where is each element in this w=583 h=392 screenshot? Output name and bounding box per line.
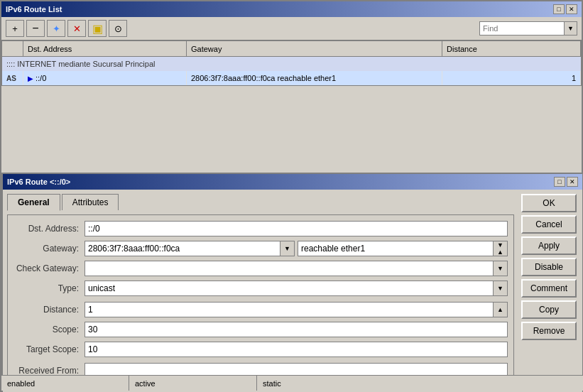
inner-minimize-button[interactable]: □ — [554, 177, 565, 187]
gateway-input2-wrap: ▼▲ — [298, 241, 508, 256]
inner-close-button[interactable]: ✕ — [567, 177, 578, 187]
add-button[interactable]: + — [6, 20, 24, 37]
scope-row: Scope: — [13, 322, 508, 337]
scope-label: Scope: — [13, 325, 85, 334]
inner-title-buttons: □ ✕ — [554, 177, 578, 187]
outer-title-bar: IPv6 Route List □ ✕ — [1, 1, 582, 17]
filter-button[interactable]: ⊙ — [109, 20, 127, 37]
type-dropdown-button[interactable]: ▼ — [494, 281, 508, 296]
distance-input-wrap: ▲ — [85, 302, 508, 317]
type-input[interactable] — [85, 281, 494, 296]
apply-button[interactable]: Apply — [521, 236, 577, 255]
gateway-input2[interactable] — [298, 241, 494, 256]
row-type-badge: AS — [6, 75, 18, 82]
inner-title-bar: IPv6 Route <::/0> □ ✕ — [3, 174, 582, 190]
row-dst: ▶ ::/0 — [23, 71, 187, 85]
inner-window-title: IPv6 Route <::/0> — [7, 178, 70, 186]
type-input-wrap: ▼ — [85, 281, 508, 296]
row-distance: 1 — [442, 71, 581, 85]
check-gateway-dropdown-button[interactable]: ▼ — [494, 261, 508, 276]
copy-button[interactable]: ▣ — [88, 20, 107, 37]
type-label: Type: — [13, 283, 85, 293]
dialog-right: OK Cancel Apply Disable Comment Copy Rem… — [518, 190, 582, 392]
route-list: Dst. Address Gateway Distance :::: INTER… — [1, 40, 582, 86]
col-header-dist: Distance — [442, 41, 581, 56]
scope-input[interactable] — [85, 322, 508, 337]
outer-window-title: IPv6 Route List — [6, 5, 62, 13]
dialog-container: IPv6 Route <::/0> □ ✕ General Att — [1, 86, 582, 391]
group-label: :::: INTERNET mediante Sucursal Principa… — [6, 60, 155, 68]
search-box: ▼ — [479, 21, 577, 36]
search-dropdown-button[interactable]: ▼ — [565, 21, 577, 36]
tab-attributes[interactable]: Attributes — [62, 194, 119, 210]
outer-close-button[interactable]: ✕ — [566, 4, 577, 14]
check-gateway-label: Check Gateway: — [13, 263, 85, 273]
target-scope-input[interactable] — [85, 342, 508, 357]
table-header: Dst. Address Gateway Distance — [2, 41, 581, 57]
ok-button[interactable]: OK — [521, 194, 577, 212]
distance-input[interactable] — [85, 302, 494, 317]
copy-button-dialog[interactable]: Copy — [521, 300, 577, 319]
target-scope-label: Target Scope: — [13, 344, 85, 354]
type-row: Type: ▼ — [13, 281, 508, 296]
remove-button-dialog[interactable]: Remove — [521, 322, 577, 340]
dst-address-row: Dst. Address: — [13, 221, 508, 236]
cancel-button[interactable]: Cancel — [521, 215, 577, 234]
edit-button[interactable]: ✦ — [47, 20, 65, 37]
row-status-icon: ▶ — [28, 75, 33, 82]
gateway-input1-wrap: ▼ — [85, 241, 295, 256]
tab-general[interactable]: General — [7, 194, 60, 211]
remove-button[interactable]: − — [26, 20, 45, 37]
target-scope-row: Target Scope: — [13, 342, 508, 357]
dst-address-label: Dst. Address: — [13, 224, 85, 234]
gateway-input1[interactable] — [85, 241, 280, 256]
row-type: AS — [2, 71, 23, 85]
check-gateway-row: Check Gateway: ▼ — [13, 261, 508, 276]
col-header-check — [2, 41, 23, 56]
search-input[interactable] — [479, 21, 565, 36]
received-from-label: Received From: — [13, 366, 85, 376]
check-gateway-input[interactable] — [85, 261, 494, 276]
status-cell-enabled: enabled — [1, 376, 129, 391]
distance-row: Distance: ▲ — [13, 302, 508, 317]
disable-button[interactable]: Disable — [521, 258, 577, 276]
outer-minimize-button[interactable]: □ — [553, 4, 565, 14]
dialog-left: General Attributes Dst. Address: — [3, 190, 518, 392]
toolbar: + − ✦ ✕ ▣ ⊙ ▼ — [1, 17, 582, 40]
row-gateway: 2806:3f7:8aaa:ff00::f0ca reachable ether… — [187, 71, 442, 85]
table-group-row: :::: INTERNET mediante Sucursal Principa… — [2, 57, 581, 71]
col-header-dst: Dst. Address — [23, 41, 187, 56]
gateway-row: Gateway: ▼ ▼▲ — [13, 241, 508, 256]
col-header-gw: Gateway — [187, 41, 442, 56]
tab-content-general: Dst. Address: Gateway: ▼ — [7, 214, 514, 389]
gateway-inputs: ▼ ▼▲ — [85, 241, 508, 256]
status-cell-active: active — [129, 376, 257, 391]
gateway2-dropdown-button[interactable]: ▼▲ — [494, 241, 508, 256]
outer-title-buttons: □ ✕ — [553, 4, 577, 14]
gateway-label: Gateway: — [13, 244, 85, 254]
inner-window: IPv6 Route <::/0> □ ✕ General Att — [1, 173, 583, 392]
row-dst-address: ::/0 — [36, 74, 46, 82]
outer-window: IPv6 Route List □ ✕ + − ✦ ✕ ▣ ⊙ ▼ Dst. A… — [0, 0, 583, 392]
status-cell-static: static — [257, 376, 583, 391]
delete-button[interactable]: ✕ — [67, 20, 86, 37]
gateway-dropdown-button[interactable]: ▼ — [280, 241, 295, 256]
dst-address-input[interactable] — [85, 221, 508, 236]
distance-label: Distance: — [13, 305, 85, 315]
tab-bar: General Attributes — [7, 194, 514, 210]
table-row[interactable]: AS ▶ ::/0 2806:3f7:8aaa:ff00::f0ca reach… — [2, 71, 581, 85]
check-gateway-input-wrap: ▼ — [85, 261, 508, 276]
status-bar: enabled active static — [1, 375, 583, 391]
comment-button[interactable]: Comment — [521, 279, 577, 298]
distance-up-button[interactable]: ▲ — [494, 302, 508, 317]
dialog-body: General Attributes Dst. Address: — [3, 190, 582, 392]
